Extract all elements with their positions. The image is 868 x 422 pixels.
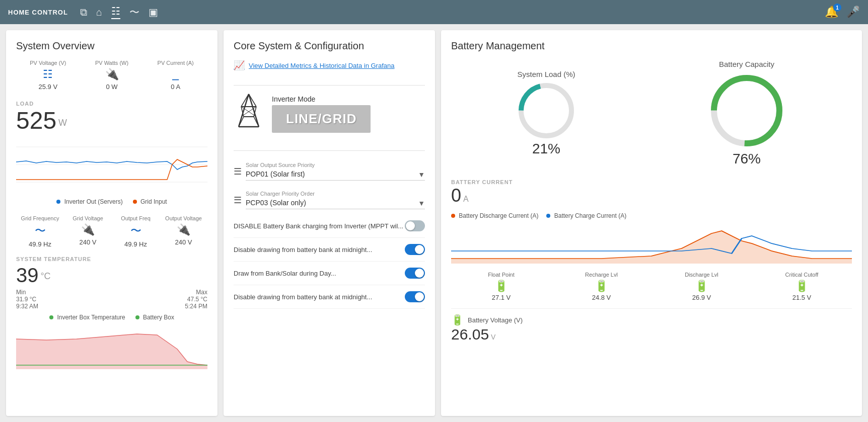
load-chart-svg	[16, 137, 207, 192]
system-load-label: System Load (%)	[516, 70, 576, 78]
battery-voltage-row: 🔋 Battery Voltage (V)	[451, 308, 852, 326]
load-legend: Inverter Out (Servers) Grid Input	[16, 198, 207, 205]
battery-current-unit: A	[463, 195, 469, 203]
toggle-3-switch[interactable]	[405, 268, 425, 279]
pv-watts-value: 0 W	[80, 83, 144, 91]
overview-title: System Overview	[16, 40, 207, 52]
temp-minmax: Min 31.9 °C 9:32 AM Max 47.5 °C 5:24 PM	[16, 289, 207, 310]
core-system-panel: Core System & Configuration 📈 View Detai…	[224, 30, 435, 416]
main-content: System Overview PV Voltage (V) ☷ 25.9 V …	[0, 24, 868, 422]
pv-voltage-value: 25.9 V	[16, 83, 80, 91]
brand-label: HOME CONTROL	[8, 9, 68, 16]
toggle-4-switch[interactable]	[405, 291, 425, 302]
toggle-row-4: Disable drawing from battery bank at mid…	[234, 285, 425, 309]
solar-source-label: Solar Output Source Priority	[246, 162, 425, 168]
legend-inverter: Inverter Out (Servers)	[56, 198, 122, 205]
grid-freq-label: Grid Frequency	[16, 215, 64, 221]
solar-charger-select[interactable]: PCP03 (Solar only)	[246, 197, 425, 209]
battery-chart	[451, 223, 852, 264]
current-legend: Battery Discharge Current (A) Battery Ch…	[451, 212, 852, 219]
temp-unit: °C	[40, 271, 50, 281]
discharge-lvl: Discharge Lvl 🔋 26.9 V	[652, 272, 752, 301]
recharge-lvl-icon: 🔋	[551, 280, 652, 293]
toggle-1-label: DISABLE Battery Bank charging from Inver…	[234, 222, 403, 230]
battery-title: Battery Management	[451, 40, 852, 52]
pv-watts-icon: 🔌	[80, 68, 144, 81]
monitor-icon[interactable]: ▣	[149, 6, 158, 18]
battery-management-panel: Battery Management System Load (%) 21% B…	[441, 30, 862, 416]
pv-metrics-row: PV Voltage (V) ☷ 25.9 V PV Watts (W) 🔌 0…	[16, 60, 207, 91]
critical-cutoff-value: 21.5 V	[752, 294, 852, 301]
notification-count: 1	[833, 4, 841, 12]
float-point-icon: 🔋	[451, 280, 551, 293]
mic-icon[interactable]: 🎤	[846, 6, 860, 19]
grid-voltage-icon: 🔌	[64, 223, 112, 236]
gauges-row: System Load (%) 21% Battery Capacity 76%	[451, 60, 852, 167]
battery-voltage-display: 26.05 V	[451, 326, 852, 343]
critical-cutoff-icon: 🔋	[752, 280, 852, 293]
svg-marker-3	[16, 334, 207, 369]
toggle-row-1: DISABLE Battery Bank charging from Inver…	[234, 214, 425, 238]
grid-icon[interactable]: ☷	[111, 5, 120, 19]
nav-icons: ⧉ ⌂ ☷ 〜 ▣	[80, 5, 158, 19]
grid-dot	[133, 200, 137, 204]
load-unit: W	[58, 118, 67, 128]
battery-voltage-label: Battery Voltage (V)	[468, 316, 523, 324]
toggle-1-switch[interactable]	[405, 220, 425, 231]
grafana-link[interactable]: 📈 View Detailed Metrics & Historical Dat…	[234, 60, 425, 71]
temp-max-value: 47.5 °C	[185, 296, 207, 303]
temp-min-label: Min	[16, 289, 38, 296]
toggle-2-switch[interactable]	[405, 244, 425, 255]
copy-icon[interactable]: ⧉	[80, 7, 87, 18]
output-voltage-icon: 🔌	[160, 223, 207, 236]
temp-max-label: Max	[185, 289, 207, 296]
output-voltage-metric: Output Voltage 🔌 240 V	[160, 215, 207, 248]
temp-value: 39	[16, 264, 39, 286]
battery-capacity-gauge: Battery Capacity 76%	[706, 60, 787, 167]
inverter-tower-icon	[234, 92, 264, 136]
toggle-4-thumb	[415, 292, 424, 301]
solar-source-select[interactable]: POP01 (Solar first)	[246, 168, 425, 181]
temp-max: Max 47.5 °C 5:24 PM	[185, 289, 207, 310]
wave-icon[interactable]: 〜	[129, 6, 139, 19]
temp-min-time: 9:32 AM	[16, 303, 38, 310]
temp-chart	[16, 329, 207, 369]
output-voltage-value: 240 V	[160, 238, 207, 246]
pv-current-metric: PV Current (A) ⎯ 0 A	[143, 60, 207, 91]
tower-svg	[234, 92, 264, 132]
battery-capacity-donut	[706, 70, 787, 151]
battery-levels: Float Point 🔋 27.1 V Recharge Lvl 🔋 24.8…	[451, 272, 852, 301]
pv-voltage-label: PV Voltage (V)	[16, 60, 80, 66]
toggle-1-track	[405, 220, 425, 231]
home-icon[interactable]: ⌂	[96, 7, 102, 18]
pv-current-value: 0 A	[143, 83, 207, 91]
notification-badge[interactable]: 🔔 1	[825, 6, 838, 19]
solar-source-select-wrapper: POP01 (Solar first) ▼	[246, 168, 425, 181]
load-chart	[16, 137, 207, 192]
grid-voltage-metric: Grid Voltage 🔌 240 V	[64, 215, 112, 248]
core-title: Core System & Configuration	[234, 40, 425, 52]
toggle-4-label: Disable drawing from battery bank at mid…	[234, 293, 372, 301]
discharge-lvl-value: 26.9 V	[652, 294, 752, 301]
system-overview-panel: System Overview PV Voltage (V) ☷ 25.9 V …	[6, 30, 218, 416]
system-load-value: 21%	[516, 141, 576, 157]
battery-capacity-label: Battery Capacity	[706, 60, 787, 68]
legend-grid: Grid Input	[133, 198, 167, 205]
grid-metrics-row: Grid Frequency 〜 49.9 Hz Grid Voltage 🔌 …	[16, 215, 207, 248]
charge-dot	[546, 214, 550, 218]
battery-capacity-value: 76%	[706, 151, 787, 167]
battery-current-value: 0	[451, 185, 461, 206]
temp-legend: Inverter Box Temperature Battery Box	[16, 314, 207, 321]
toggle-3-thumb	[415, 269, 424, 278]
legend-charge: Battery Charge Current (A)	[546, 212, 626, 219]
toggle-row-3: Draw from Bank/Solar during Day...	[234, 262, 425, 285]
grid-freq-metric: Grid Frequency 〜 49.9 Hz	[16, 215, 64, 248]
temp-display: 39 °C	[16, 264, 207, 287]
pv-voltage-metric: PV Voltage (V) ☷ 25.9 V	[16, 60, 80, 91]
divider-1	[234, 85, 425, 86]
recharge-lvl-label: Recharge Lvl	[551, 272, 652, 278]
system-load-donut	[516, 80, 576, 141]
temp-section-label: SYSTEM TEMPERATURE	[16, 256, 207, 262]
load-label: LOAD	[16, 101, 207, 107]
toggle-4-track	[405, 291, 425, 302]
